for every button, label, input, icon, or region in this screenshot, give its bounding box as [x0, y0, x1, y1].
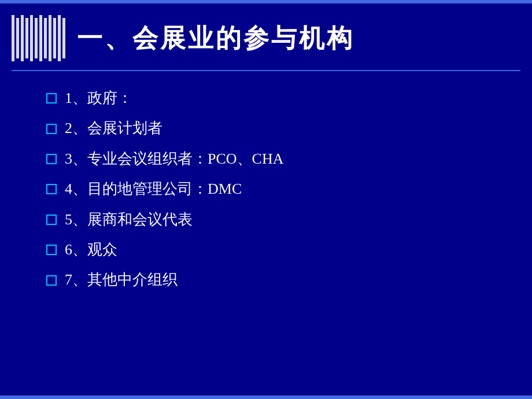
list-text-6: 6、观众: [65, 239, 117, 260]
v-line-1: [12, 15, 14, 61]
page-title: 一、会展业的参与机构: [77, 21, 354, 56]
list-container: 1、政府： 2、会展计划者 3、专业会议组织者：PCO、CHA 4、目的地管理公…: [0, 86, 532, 293]
v-line-7: [39, 15, 42, 61]
list-item: 4、目的地管理公司：DMC: [46, 176, 503, 202]
list-item: 2、会展计划者: [46, 116, 503, 141]
checkbox-icon-7: [46, 275, 57, 286]
v-line-6: [35, 18, 38, 58]
list-item: 5、展商和会议代表: [46, 207, 503, 232]
checkbox-icon-4: [46, 184, 57, 194]
v-line-3: [21, 15, 24, 61]
list-item: 3、专业会议组织者：PCO、CHA: [46, 146, 503, 172]
checkbox-icon-2: [46, 124, 57, 134]
v-line-11: [58, 15, 61, 61]
checkbox-icon-5: [46, 215, 57, 225]
v-line-10: [53, 18, 56, 58]
title-divider: [12, 70, 520, 71]
list-text-5: 5、展商和会议代表: [65, 209, 193, 230]
list-item: 6、观众: [46, 237, 503, 263]
list-item: 7、其他中介组织: [46, 267, 503, 293]
list-text-1: 1、政府：: [65, 88, 132, 109]
v-line-8: [44, 18, 47, 58]
list-text-4: 4、目的地管理公司：DMC: [65, 179, 242, 200]
checkbox-icon-1: [46, 93, 57, 104]
list-text-2: 2、会展计划者: [65, 118, 162, 139]
header: 一、会展业的参与机构: [12, 3, 532, 67]
v-line-9: [49, 15, 51, 61]
v-line-2: [16, 18, 19, 58]
slide: 一、会展业的参与机构 1、政府： 2、会展计划者 3、专业会议组织者：PCO、C…: [0, 0, 532, 399]
v-line-12: [62, 18, 65, 58]
bottom-border: [0, 396, 532, 399]
list-text-3: 3、专业会议组织者：PCO、CHA: [65, 149, 283, 169]
list-text-7: 7、其他中介组织: [65, 269, 178, 290]
v-line-4: [25, 18, 28, 58]
checkbox-icon-6: [46, 245, 57, 255]
content-area: 一、会展业的参与机构 1、政府： 2、会展计划者 3、专业会议组织者：PCO、C…: [0, 3, 532, 396]
v-line-5: [30, 15, 33, 61]
list-item: 1、政府：: [46, 86, 503, 111]
checkbox-icon-3: [46, 154, 57, 164]
decorative-lines: [12, 15, 65, 61]
